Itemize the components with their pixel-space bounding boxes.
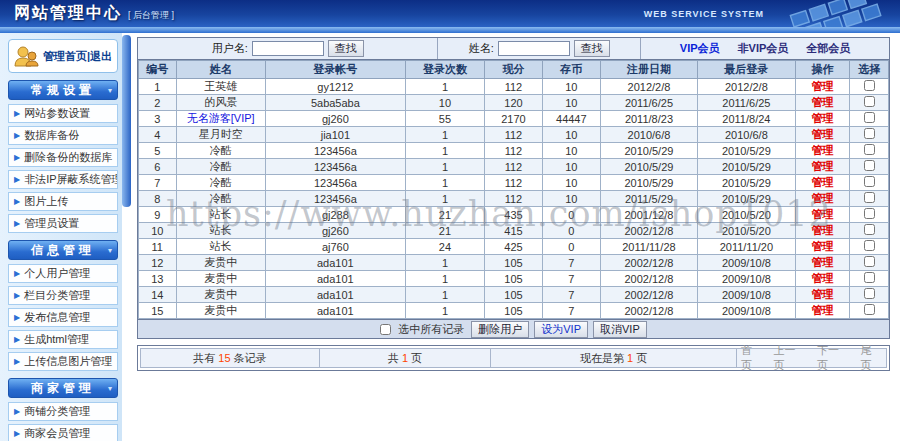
manage-link[interactable]: 管理 (811, 160, 833, 172)
cell-operation: 管理 (795, 143, 850, 159)
name-input[interactable] (498, 41, 570, 56)
row-checkbox[interactable] (864, 128, 875, 139)
sidebar-item-1-0[interactable]: ▶个人用户管理 (8, 264, 118, 283)
sidebar-item-0-1[interactable]: ▶数据库备份 (8, 126, 118, 145)
item-arrow-icon: ▶ (14, 269, 20, 278)
cell-register-date: 2010/5/29 (600, 175, 697, 191)
cell-operation: 管理 (795, 175, 850, 191)
cell-register-date: 2001/12/8 (600, 207, 697, 223)
username-search-button[interactable]: 查找 (328, 40, 364, 57)
manage-link[interactable]: 管理 (811, 192, 833, 204)
page-nav-link-0[interactable]: 首页 (741, 343, 763, 373)
row-checkbox[interactable] (864, 208, 875, 219)
sidebar-item-0-3[interactable]: ▶非法IP屏蔽系统管理 (8, 170, 118, 189)
row-checkbox[interactable] (864, 160, 875, 171)
cell-last-login: 2009/10/8 (698, 287, 795, 303)
row-checkbox[interactable] (864, 304, 875, 315)
manage-link[interactable]: 管理 (811, 240, 833, 252)
filter-link-0[interactable]: VIP会员 (680, 41, 720, 56)
sidebar-section-header[interactable]: 信息管理▾ (8, 240, 118, 260)
manage-link[interactable]: 管理 (811, 144, 833, 156)
manage-link[interactable]: 管理 (811, 304, 833, 316)
manage-link[interactable]: 管理 (811, 288, 833, 300)
row-checkbox[interactable] (864, 96, 875, 107)
action-button-1[interactable]: 设为VIP (534, 321, 588, 338)
row-checkbox[interactable] (864, 256, 875, 267)
row-checkbox[interactable] (864, 144, 875, 155)
sidebar-item-1-2[interactable]: ▶发布信息管理 (8, 308, 118, 327)
manage-link[interactable]: 管理 (811, 96, 833, 108)
page-nav-link-1[interactable]: 上一页 (774, 343, 806, 373)
section-arrow-icon: ▾ (108, 246, 112, 255)
sidebar-item-2-0[interactable]: ▶商铺分类管理 (8, 402, 118, 421)
action-button-0[interactable]: 删除用户 (471, 321, 529, 338)
cell-account: 5aba5aba (265, 95, 405, 111)
sidebar-item-1-1[interactable]: ▶栏目分类管理 (8, 286, 118, 305)
sidebar-item-0-2[interactable]: ▶删除备份的数据库 (8, 148, 118, 167)
manage-link[interactable]: 管理 (811, 272, 833, 284)
manage-link[interactable]: 管理 (811, 224, 833, 236)
filter-link-2[interactable]: 全部会员 (806, 41, 850, 56)
row-checkbox[interactable] (864, 224, 875, 235)
row-checkbox[interactable] (864, 272, 875, 283)
sidebar-item-label: 个人用户管理 (24, 266, 90, 281)
cell-register-date: 2010/5/29 (600, 143, 697, 159)
table-row: 3无名游客[VIP]gj260552170444472011/8/232011/… (139, 111, 889, 127)
sidebar-item-2-1[interactable]: ▶商家会员管理 (8, 424, 118, 441)
app-header: 网站管理中心 [ 后台管理 ] WEB SERVICE SYSTEM (0, 0, 900, 27)
manage-link[interactable]: 管理 (811, 208, 833, 220)
manage-link[interactable]: 管理 (811, 176, 833, 188)
cell-select (850, 143, 889, 159)
user-list-panel: 用户名: 查找 姓名: 查找 VIP会员非VIP会员全部会员 编号姓名登录帐号 (137, 37, 890, 339)
record-count-before: 共有 (193, 351, 215, 366)
row-checkbox[interactable] (864, 112, 875, 123)
cell-name: 冷酷 (176, 143, 265, 159)
sidebar-item-1-4[interactable]: ▶上传信息图片管理 (8, 352, 118, 371)
cell-score: 425 (485, 239, 543, 255)
row-checkbox[interactable] (864, 288, 875, 299)
cell-operation: 管理 (795, 191, 850, 207)
manage-link[interactable]: 管理 (811, 128, 833, 140)
row-checkbox[interactable] (864, 192, 875, 203)
cell-logins: 1 (405, 175, 484, 191)
sidebar-collapse-handle[interactable] (122, 35, 131, 207)
table-row: 13麦贵中ada101110572002/12/82009/10/8管理 (139, 271, 889, 287)
username-input[interactable] (252, 41, 324, 56)
sidebar-item-0-5[interactable]: ▶管理员设置 (8, 214, 118, 233)
sidebar-item-label: 生成html管理 (24, 332, 89, 347)
page-nav-link-3[interactable]: 尾页 (860, 343, 882, 373)
cell-logins: 1 (405, 159, 484, 175)
cell-account: 123456a (265, 175, 405, 191)
cell-coin: 10 (542, 79, 600, 95)
column-header: 登录次数 (405, 61, 484, 79)
action-button-2[interactable]: 取消VIP (593, 321, 647, 338)
sidebar-item-0-0[interactable]: ▶网站参数设置 (8, 104, 118, 123)
cell-last-login: 2011/6/25 (698, 95, 795, 111)
cell-id: 4 (139, 127, 177, 143)
manage-link[interactable]: 管理 (811, 112, 833, 124)
sidebar-item-1-3[interactable]: ▶生成html管理 (8, 330, 118, 349)
cell-name: 冷酷 (176, 191, 265, 207)
cell-account: aj760 (265, 239, 405, 255)
sidebar-item-0-4[interactable]: ▶图片上传 (8, 192, 118, 211)
cell-operation: 管理 (795, 127, 850, 143)
manage-link[interactable]: 管理 (811, 256, 833, 268)
select-all-checkbox[interactable] (380, 324, 391, 335)
row-checkbox[interactable] (864, 80, 875, 91)
sidebar-section-header[interactable]: 商家管理▾ (8, 378, 118, 398)
sidebar-section-header[interactable]: 常规设置▾ (8, 80, 118, 100)
cell-coin: 7 (542, 303, 600, 319)
name-search-button[interactable]: 查找 (574, 40, 610, 57)
row-checkbox[interactable] (864, 240, 875, 251)
cell-name: 冷酷 (176, 175, 265, 191)
filter-link-1[interactable]: 非VIP会员 (738, 41, 789, 56)
cell-name: 无名游客[VIP] (176, 111, 265, 127)
cell-last-login: 2010/6/8 (698, 127, 795, 143)
cell-select (850, 223, 889, 239)
sidebar-admin-links[interactable]: 管理首页|退出 (8, 39, 118, 73)
column-header: 登录帐号 (265, 61, 405, 79)
row-checkbox[interactable] (864, 176, 875, 187)
manage-link[interactable]: 管理 (811, 80, 833, 92)
page-nav-link-2[interactable]: 下一页 (817, 343, 849, 373)
cell-name: 王英雄 (176, 79, 265, 95)
